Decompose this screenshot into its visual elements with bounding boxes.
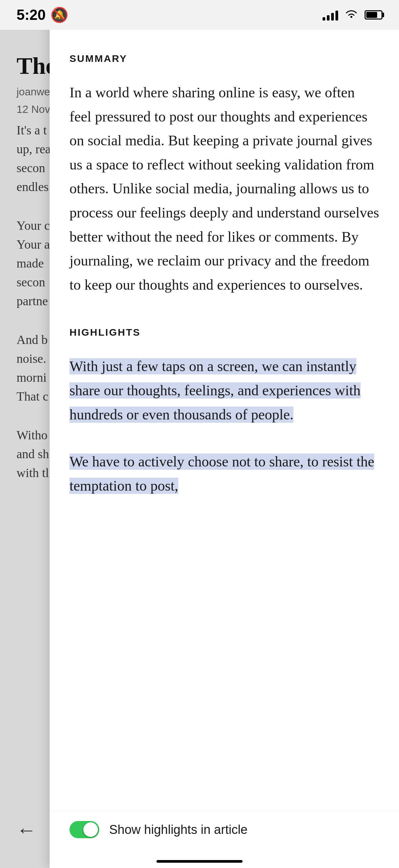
highlights-label: HIGHLIGHTS — [69, 327, 379, 338]
back-arrow[interactable]: ← — [16, 819, 36, 841]
status-icons — [323, 8, 383, 22]
summary-text: In a world where sharing online is easy,… — [69, 81, 379, 297]
signal-icon — [323, 9, 338, 21]
summary-label: SUMMARY — [69, 53, 379, 64]
toggle-row: Show highlights in article — [49, 811, 399, 848]
highlight-block-1: With just a few taps on a screen, we can… — [69, 354, 379, 427]
home-indicator — [157, 860, 242, 863]
highlight-block-2: We have to actively choose not to share,… — [69, 450, 379, 498]
summary-section: SUMMARY In a world where sharing online … — [69, 53, 379, 297]
bell-icon: 🔕 — [50, 6, 68, 24]
highlights-section: HIGHLIGHTS With just a few taps on a scr… — [69, 327, 379, 498]
toggle-knob — [84, 822, 98, 837]
status-bar: 5:20 🔕 — [0, 0, 399, 30]
show-highlights-toggle[interactable] — [69, 821, 99, 838]
wifi-icon — [345, 8, 358, 22]
time-display: 5:20 — [16, 7, 46, 23]
highlight-text-1: With just a few taps on a screen, we can… — [69, 358, 361, 423]
battery-icon — [365, 10, 383, 20]
status-time-group: 5:20 🔕 — [16, 6, 68, 24]
toggle-label: Show highlights in article — [109, 823, 247, 837]
main-panel: SUMMARY In a world where sharing online … — [49, 0, 399, 868]
highlight-text-2: We have to actively choose not to share,… — [69, 454, 374, 494]
